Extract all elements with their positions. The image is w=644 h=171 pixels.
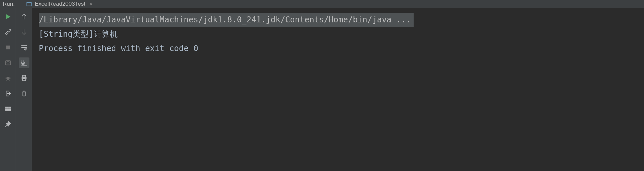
tab-label: ExcelRead2003Test — [35, 1, 85, 7]
layout-button[interactable] — [3, 104, 13, 114]
clear-button[interactable] — [19, 88, 29, 99]
main-area: /Library/Java/JavaVirtualMachines/jdk1.8… — [0, 8, 644, 171]
left-toolbar — [0, 8, 16, 171]
console-exit-line: Process finished with exit code 0 — [39, 41, 637, 56]
svg-point-3 — [6, 76, 9, 80]
down-button[interactable] — [19, 27, 29, 37]
svg-rect-2 — [6, 46, 10, 49]
up-button[interactable] — [19, 11, 29, 22]
run-label: Run: — [3, 1, 15, 7]
svg-rect-1 — [27, 2, 31, 3]
svg-rect-4 — [5, 107, 7, 109]
run-config-tab[interactable]: ExcelRead2003Test × — [23, 0, 96, 8]
pin-button[interactable] — [3, 119, 13, 130]
exit-button[interactable] — [3, 88, 13, 99]
dump-threads-button[interactable] — [3, 57, 13, 68]
console-command-line: /Library/Java/JavaVirtualMachines/jdk1.8… — [39, 13, 414, 27]
debug-button[interactable] — [3, 73, 13, 83]
settings-button[interactable] — [3, 27, 13, 37]
stop-button[interactable] — [3, 42, 13, 53]
run-panel-header: Run: ExcelRead2003Test × — [0, 0, 644, 8]
console-toolbar — [16, 8, 32, 171]
svg-rect-6 — [5, 109, 11, 111]
svg-rect-5 — [8, 107, 10, 109]
close-icon[interactable]: × — [89, 1, 92, 7]
svg-rect-7 — [22, 75, 25, 77]
svg-rect-9 — [22, 79, 25, 81]
console-output[interactable]: /Library/Java/JavaVirtualMachines/jdk1.8… — [32, 8, 644, 171]
print-button[interactable] — [19, 73, 29, 83]
run-config-icon — [26, 1, 32, 7]
scroll-to-end-button[interactable] — [19, 57, 29, 68]
console-output-line: [String类型]计算机 — [39, 27, 637, 41]
rerun-button[interactable] — [3, 11, 13, 22]
soft-wrap-button[interactable] — [19, 42, 29, 53]
